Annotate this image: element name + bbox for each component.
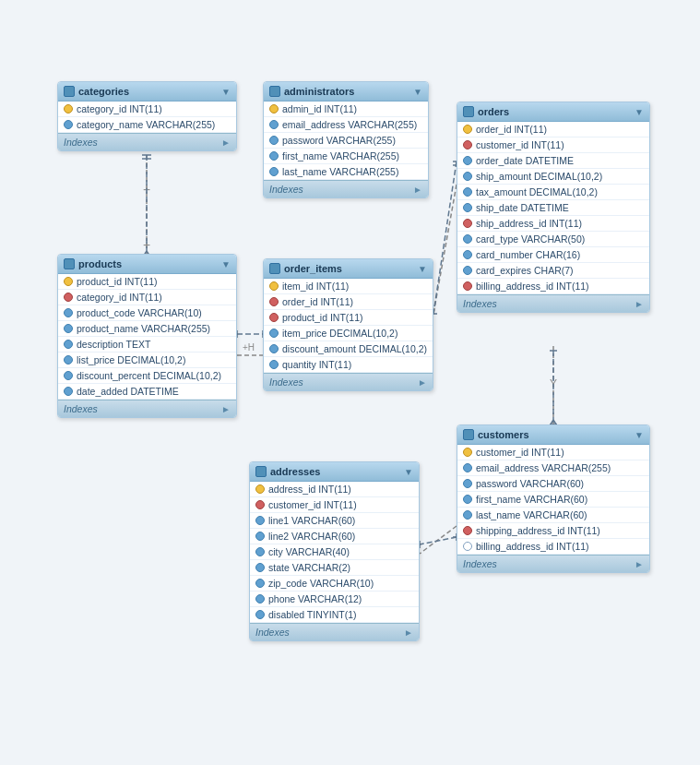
field-icon [255, 532, 265, 541]
chevron-down-icon[interactable]: ▼ [413, 87, 422, 97]
field-text: line2 VARCHAR(60) [268, 531, 355, 542]
field-text: ship_amount DECIMAL(10,2) [476, 171, 602, 182]
indexes-footer-administrators[interactable]: Indexes ► [264, 180, 428, 197]
field-text: ship_address_id INT(11) [476, 218, 582, 229]
pk-icon [269, 281, 279, 291]
field-icon [64, 355, 73, 365]
table-header-addresses[interactable]: addresses ▼ [250, 462, 419, 482]
table-title-order-items: order_items [284, 263, 342, 274]
field-text: category_id INT(11) [77, 103, 162, 114]
indexes-label: Indexes [255, 627, 290, 638]
indexes-arrow-icon: ► [404, 628, 413, 638]
field-row: email_address VARCHAR(255) [264, 117, 428, 133]
field-row: card_type VARCHAR(50) [457, 232, 649, 247]
table-products[interactable]: products ▼ product_id INT(11) category_i… [57, 254, 237, 418]
field-row: product_code VARCHAR(10) [58, 305, 236, 321]
indexes-arrow-icon: ► [635, 299, 644, 309]
table-header-categories[interactable]: categories ▼ [58, 82, 236, 102]
chevron-down-icon[interactable]: ▼ [404, 467, 413, 477]
field-row: quantity INT(11) [264, 357, 433, 373]
field-text: first_name VARCHAR(255) [282, 150, 399, 161]
table-addresses[interactable]: addresses ▼ address_id INT(11) customer_… [249, 461, 420, 641]
indexes-arrow-icon: ► [635, 559, 644, 569]
svg-text:+: + [143, 237, 150, 252]
chevron-down-icon[interactable]: ▼ [635, 107, 644, 117]
field-row: password VARCHAR(255) [264, 133, 428, 149]
field-row: password VARCHAR(60) [457, 476, 649, 492]
field-icon [64, 371, 73, 380]
chevron-down-icon[interactable]: ▼ [418, 264, 427, 274]
field-text: city VARCHAR(40) [268, 546, 350, 557]
field-text: phone VARCHAR(12) [268, 593, 362, 604]
table-administrators[interactable]: administrators ▼ admin_id INT(11) email_… [263, 81, 429, 198]
fk-icon [463, 219, 472, 228]
indexes-footer-order-items[interactable]: Indexes ► [264, 373, 433, 390]
field-icon [463, 187, 472, 197]
fk-icon [64, 293, 73, 302]
table-header-customers[interactable]: customers ▼ [457, 425, 649, 445]
indexes-arrow-icon: ► [413, 185, 422, 195]
field-text: product_name VARCHAR(255) [77, 323, 210, 334]
field-text: card_expires CHAR(7) [476, 265, 574, 276]
field-text: category_id INT(11) [77, 292, 162, 303]
table-title-addresses: addresses [270, 466, 320, 477]
indexes-footer-addresses[interactable]: Indexes ► [250, 623, 419, 640]
table-header-orders[interactable]: orders ▼ [457, 102, 649, 122]
table-icon-addresses [255, 466, 267, 477]
field-row: city VARCHAR(40) [250, 544, 419, 560]
field-row: tax_amount DECIMAL(10,2) [457, 185, 649, 200]
field-row: description TEXT [58, 337, 236, 353]
field-icon [64, 308, 73, 317]
indexes-footer-orders[interactable]: Indexes ► [457, 294, 649, 312]
field-icon [463, 542, 472, 551]
table-orders[interactable]: orders ▼ order_id INT(11) customer_id IN… [457, 102, 650, 313]
indexes-arrow-icon: ► [221, 137, 231, 148]
field-text: category_name VARCHAR(255) [77, 119, 215, 130]
svg-line-8 [420, 526, 457, 554]
field-text: discount_percent DECIMAL(10,2) [77, 370, 221, 381]
field-icon [463, 266, 472, 275]
indexes-footer-products[interactable]: Indexes ► [58, 400, 236, 417]
field-text: item_id INT(11) [282, 281, 349, 292]
field-row: email_address VARCHAR(255) [457, 460, 649, 476]
table-header-order-items[interactable]: order_items ▼ [264, 259, 433, 279]
field-text: password VARCHAR(60) [476, 478, 584, 489]
field-row: line1 VARCHAR(60) [250, 513, 419, 529]
table-title-products: products [78, 258, 122, 269]
pk-icon [255, 484, 265, 494]
field-text: customer_id INT(11) [476, 139, 564, 150]
field-icon [463, 463, 472, 472]
field-text: card_number CHAR(16) [476, 249, 580, 260]
chevron-down-icon[interactable]: ▼ [221, 87, 231, 97]
field-icon [463, 156, 472, 165]
field-text: tax_amount DECIMAL(10,2) [476, 186, 598, 197]
field-row: admin_id INT(11) [264, 102, 428, 117]
field-icon [463, 495, 472, 504]
field-text: date_added DATETIME [77, 386, 179, 397]
fk-icon [463, 526, 472, 535]
table-header-administrators[interactable]: administrators ▼ [264, 82, 428, 102]
field-row: customer_id INT(11) [457, 137, 649, 153]
field-text: first_name VARCHAR(60) [476, 494, 587, 505]
chevron-down-icon[interactable]: ▼ [635, 430, 644, 440]
table-customers[interactable]: customers ▼ customer_id INT(11) email_ad… [457, 424, 650, 573]
fk-icon [463, 281, 472, 291]
indexes-footer-customers[interactable]: Indexes ► [457, 555, 649, 572]
field-row: item_price DECIMAL(10,2) [264, 326, 433, 341]
field-text: order_id INT(11) [476, 124, 547, 135]
table-order-items[interactable]: order_items ▼ item_id INT(11) order_id I… [263, 258, 433, 391]
table-categories[interactable]: categories ▼ category_id INT(11) categor… [57, 81, 237, 151]
svg-line-21 [433, 161, 457, 314]
field-icon [463, 479, 472, 488]
field-text: password VARCHAR(255) [282, 135, 396, 146]
indexes-footer-categories[interactable]: Indexes ► [58, 133, 236, 150]
field-icon [269, 136, 279, 145]
field-icon [255, 563, 265, 572]
table-header-products[interactable]: products ▼ [58, 255, 236, 274]
field-icon [463, 234, 472, 244]
indexes-label: Indexes [64, 137, 98, 148]
chevron-down-icon[interactable]: ▼ [221, 259, 231, 269]
table-icon-order-items [269, 263, 280, 274]
field-row: discount_percent DECIMAL(10,2) [58, 368, 236, 384]
indexes-arrow-icon: ► [418, 377, 427, 388]
